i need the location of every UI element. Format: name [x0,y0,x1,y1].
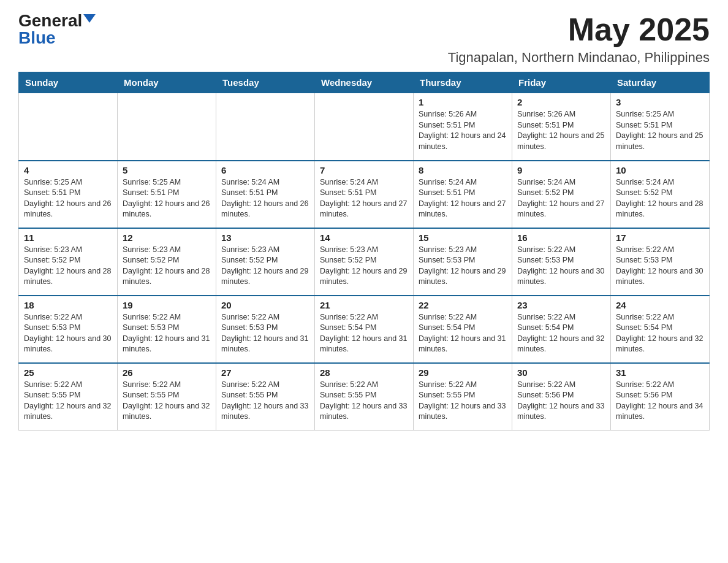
calendar-day-cell: 7Sunrise: 5:24 AM Sunset: 5:51 PM Daylig… [315,161,414,228]
location-title: Tignapalan, Northern Mindanao, Philippin… [448,50,710,66]
calendar-day-cell: 9Sunrise: 5:24 AM Sunset: 5:52 PM Daylig… [512,161,611,228]
day-number: 9 [517,165,605,175]
day-number: 20 [221,300,309,310]
day-info: Sunrise: 5:26 AM Sunset: 5:51 PM Dayligh… [517,109,605,152]
day-info: Sunrise: 5:24 AM Sunset: 5:51 PM Dayligh… [419,177,507,220]
day-info: Sunrise: 5:22 AM Sunset: 5:55 PM Dayligh… [419,380,507,423]
day-number: 29 [419,367,507,378]
day-number: 1 [419,97,507,107]
logo-blue-text: Blue [18,29,56,47]
day-number: 21 [320,300,408,310]
calendar-day-cell: 30Sunrise: 5:22 AM Sunset: 5:56 PM Dayli… [512,363,611,431]
calendar-day-cell: 28Sunrise: 5:22 AM Sunset: 5:55 PM Dayli… [315,363,414,431]
title-section: May 2025 Tignapalan, Northern Mindanao, … [448,12,710,66]
day-number: 7 [320,165,408,175]
calendar-day-cell: 3Sunrise: 5:25 AM Sunset: 5:51 PM Daylig… [611,93,710,161]
day-number: 12 [123,232,211,243]
day-number: 25 [24,367,112,378]
day-info: Sunrise: 5:22 AM Sunset: 5:56 PM Dayligh… [517,380,605,423]
calendar-header-tuesday: Tuesday [216,72,315,93]
day-info: Sunrise: 5:22 AM Sunset: 5:53 PM Dayligh… [24,312,112,355]
day-info: Sunrise: 5:22 AM Sunset: 5:54 PM Dayligh… [517,312,605,355]
logo-general-text: General [18,12,82,29]
page-header: General Blue May 2025 Tignapalan, Northe… [18,12,710,66]
calendar-day-cell [118,93,216,161]
calendar-header-row: SundayMondayTuesdayWednesdayThursdayFrid… [19,72,710,93]
calendar-day-cell: 11Sunrise: 5:23 AM Sunset: 5:52 PM Dayli… [19,228,118,296]
day-info: Sunrise: 5:25 AM Sunset: 5:51 PM Dayligh… [616,109,704,152]
calendar-day-cell: 8Sunrise: 5:24 AM Sunset: 5:51 PM Daylig… [414,161,512,228]
day-info: Sunrise: 5:22 AM Sunset: 5:53 PM Dayligh… [221,312,309,355]
month-title: May 2025 [448,12,710,47]
day-number: 31 [616,367,704,378]
day-number: 16 [517,232,605,243]
day-number: 14 [320,232,408,243]
calendar-day-cell: 4Sunrise: 5:25 AM Sunset: 5:51 PM Daylig… [19,161,118,228]
day-number: 26 [123,367,211,378]
day-number: 24 [616,300,704,310]
calendar-week-row: 4Sunrise: 5:25 AM Sunset: 5:51 PM Daylig… [19,161,710,228]
calendar-day-cell: 20Sunrise: 5:22 AM Sunset: 5:53 PM Dayli… [216,296,315,363]
calendar-header-wednesday: Wednesday [315,72,414,93]
calendar-day-cell: 27Sunrise: 5:22 AM Sunset: 5:55 PM Dayli… [216,363,315,431]
calendar-table: SundayMondayTuesdayWednesdayThursdayFrid… [18,72,710,431]
day-info: Sunrise: 5:24 AM Sunset: 5:51 PM Dayligh… [320,177,408,220]
calendar-day-cell: 13Sunrise: 5:23 AM Sunset: 5:52 PM Dayli… [216,228,315,296]
calendar-header-monday: Monday [118,72,216,93]
day-number: 27 [221,367,309,378]
day-info: Sunrise: 5:22 AM Sunset: 5:54 PM Dayligh… [419,312,507,355]
calendar-day-cell: 23Sunrise: 5:22 AM Sunset: 5:54 PM Dayli… [512,296,611,363]
day-number: 2 [517,97,605,107]
day-number: 17 [616,232,704,243]
day-info: Sunrise: 5:25 AM Sunset: 5:51 PM Dayligh… [123,177,211,220]
calendar-day-cell: 18Sunrise: 5:22 AM Sunset: 5:53 PM Dayli… [19,296,118,363]
calendar-header-friday: Friday [512,72,611,93]
day-info: Sunrise: 5:24 AM Sunset: 5:52 PM Dayligh… [517,177,605,220]
day-info: Sunrise: 5:22 AM Sunset: 5:54 PM Dayligh… [616,312,704,355]
logo: General Blue [18,12,96,47]
day-info: Sunrise: 5:22 AM Sunset: 5:54 PM Dayligh… [320,312,408,355]
day-number: 5 [123,165,211,175]
day-number: 18 [24,300,112,310]
calendar-day-cell: 1Sunrise: 5:26 AM Sunset: 5:51 PM Daylig… [414,93,512,161]
calendar-header-thursday: Thursday [414,72,512,93]
calendar-day-cell: 5Sunrise: 5:25 AM Sunset: 5:51 PM Daylig… [118,161,216,228]
calendar-day-cell: 21Sunrise: 5:22 AM Sunset: 5:54 PM Dayli… [315,296,414,363]
day-number: 6 [221,165,309,175]
calendar-day-cell: 16Sunrise: 5:22 AM Sunset: 5:53 PM Dayli… [512,228,611,296]
calendar-day-cell: 25Sunrise: 5:22 AM Sunset: 5:55 PM Dayli… [19,363,118,431]
calendar-day-cell: 15Sunrise: 5:23 AM Sunset: 5:53 PM Dayli… [414,228,512,296]
day-number: 3 [616,97,704,107]
day-info: Sunrise: 5:22 AM Sunset: 5:53 PM Dayligh… [616,245,704,288]
day-number: 15 [419,232,507,243]
day-number: 22 [419,300,507,310]
calendar-day-cell: 26Sunrise: 5:22 AM Sunset: 5:55 PM Dayli… [118,363,216,431]
calendar-day-cell [315,93,414,161]
day-number: 8 [419,165,507,175]
calendar-week-row: 18Sunrise: 5:22 AM Sunset: 5:53 PM Dayli… [19,296,710,363]
day-info: Sunrise: 5:22 AM Sunset: 5:56 PM Dayligh… [616,380,704,423]
calendar-week-row: 11Sunrise: 5:23 AM Sunset: 5:52 PM Dayli… [19,228,710,296]
day-number: 11 [24,232,112,243]
calendar-day-cell: 24Sunrise: 5:22 AM Sunset: 5:54 PM Dayli… [611,296,710,363]
day-info: Sunrise: 5:22 AM Sunset: 5:55 PM Dayligh… [320,380,408,423]
calendar-day-cell: 22Sunrise: 5:22 AM Sunset: 5:54 PM Dayli… [414,296,512,363]
day-number: 23 [517,300,605,310]
calendar-day-cell [19,93,118,161]
day-info: Sunrise: 5:26 AM Sunset: 5:51 PM Dayligh… [419,109,507,152]
calendar-header-saturday: Saturday [611,72,710,93]
calendar-day-cell: 6Sunrise: 5:24 AM Sunset: 5:51 PM Daylig… [216,161,315,228]
logo-triangle-icon [83,14,96,23]
day-number: 10 [616,165,704,175]
day-info: Sunrise: 5:24 AM Sunset: 5:51 PM Dayligh… [221,177,309,220]
day-number: 30 [517,367,605,378]
calendar-day-cell: 10Sunrise: 5:24 AM Sunset: 5:52 PM Dayli… [611,161,710,228]
day-info: Sunrise: 5:22 AM Sunset: 5:53 PM Dayligh… [517,245,605,288]
day-info: Sunrise: 5:23 AM Sunset: 5:52 PM Dayligh… [24,245,112,288]
day-info: Sunrise: 5:22 AM Sunset: 5:55 PM Dayligh… [221,380,309,423]
day-info: Sunrise: 5:22 AM Sunset: 5:53 PM Dayligh… [123,312,211,355]
calendar-day-cell: 14Sunrise: 5:23 AM Sunset: 5:52 PM Dayli… [315,228,414,296]
day-info: Sunrise: 5:23 AM Sunset: 5:52 PM Dayligh… [221,245,309,288]
calendar-day-cell [216,93,315,161]
day-info: Sunrise: 5:23 AM Sunset: 5:52 PM Dayligh… [320,245,408,288]
